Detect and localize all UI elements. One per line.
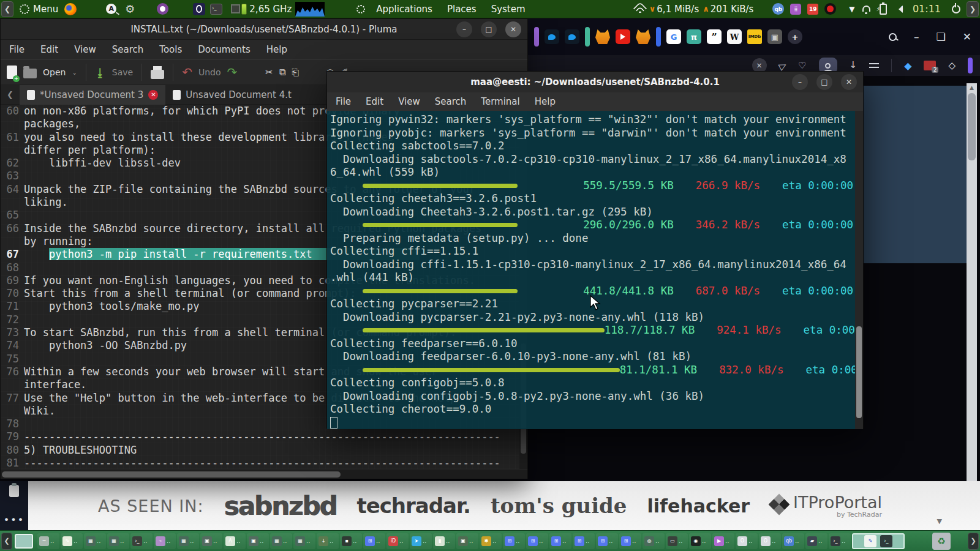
scrollbar-thumb[interactable] [856,326,862,418]
open-folder-icon[interactable] [23,69,37,78]
taskbar-collapse-right[interactable]: ❯ [968,533,979,550]
scrollbar-thumb[interactable] [2,471,341,478]
menu-button[interactable]: Menu [33,4,58,15]
terminal-output[interactable]: Ignoring pywin32: markers 'sys_platform … [327,111,863,429]
wikipedia-tab-icon[interactable]: W [727,29,742,44]
youtube-tab-icon[interactable] [616,29,630,44]
restore-icon[interactable]: ❏ [937,31,946,43]
taskbar-item-app[interactable]: ▪.. [340,533,362,549]
taskbar-item-globe[interactable]: ◍.. [643,533,665,549]
taskbar-item-terminal[interactable]: ›_.. [829,533,851,549]
close-button[interactable]: ✕ [841,74,857,90]
menu-view[interactable]: View [74,44,96,55]
send-icon[interactable]: ▷ [777,59,788,72]
taskbar-collapse-left[interactable]: ❮ [1,533,12,550]
taskbar-item-folder[interactable]: ▣.. [200,533,222,549]
taskbar-item-selection[interactable]: ⊞.. [549,533,571,549]
wifi-icon[interactable] [635,5,646,13]
google-tab-icon[interactable]: G [666,29,681,44]
fox-tab-icon[interactable] [636,29,650,44]
close-icon[interactable]: ✕ [963,31,971,43]
panel-menu-applications[interactable]: Applications [376,4,432,15]
panel-menu-system[interactable]: System [491,4,526,15]
undo-button[interactable]: Undo [198,67,221,77]
panel-menu-places[interactable]: Places [447,4,477,15]
save-button[interactable]: Save [112,67,133,77]
open-button[interactable]: Open [43,67,66,77]
trash-icon[interactable]: ♻ [932,533,951,550]
twitter-tab-icon[interactable] [565,29,579,44]
menu-icon[interactable] [20,4,29,14]
show-desktop-button[interactable] [15,534,33,549]
browser-scrollbar[interactable]: ▲ [967,83,977,481]
taskbar-item-selection[interactable]: ⊞.. [573,533,595,549]
taskbar-item-selection[interactable]: ⊞.. [526,533,548,549]
taskbar-item-video[interactable]: ▦.. [293,533,315,549]
menu-edit[interactable]: Edit [366,96,383,107]
taskbar-item-qbittorrent[interactable]: qb.. [782,533,804,549]
taskbar-item-folder[interactable]: ▣.. [247,533,269,549]
taskbar-item-download[interactable]: ↓.. [317,533,339,549]
taskbar-item-opera[interactable]: O.. [736,533,758,549]
taskbar-item-opera[interactable]: O.. [759,533,781,549]
imdb-tab-icon[interactable]: IMDb [747,29,762,44]
gem-icon[interactable]: ◆ [904,60,911,72]
taskbar-item-terminal[interactable]: ›_.. [130,533,153,549]
power-icon[interactable] [952,5,960,13]
taskbar-item-video[interactable]: ▦.. [270,533,292,549]
menu-file[interactable]: File [9,44,24,55]
new-tab-tab-icon[interactable]: + [788,29,802,44]
search-tool-icon[interactable]: A [106,4,116,14]
menu-documents[interactable]: Documents [198,44,251,55]
taskbar-item-files[interactable]: ▰.. [805,533,827,549]
undo-icon[interactable]: ↶ [182,65,192,80]
scrollbar-thumb[interactable] [968,93,976,160]
editor-horizontal-scrollbar[interactable] [1,470,527,479]
fox-tab-icon[interactable] [595,29,610,44]
terminal-titlebar[interactable]: maa@eesti: ~/Downloads/usenet/SABnzbd-4.… [327,72,863,92]
save-icon[interactable]: ⭳ [95,66,106,79]
taskbar-item-system-monitor[interactable]: ~.. [37,533,59,549]
opera-icon[interactable] [193,3,205,15]
scroll-up-arrow[interactable]: ▲ [967,84,977,91]
quote-tab-icon[interactable]: ” [707,29,722,44]
close-button[interactable]: ✕ [505,21,521,37]
taskbar-item-selection[interactable]: ⊞.. [363,533,385,549]
menu-edit[interactable]: Edit [40,44,58,55]
taskbar-item-video[interactable]: ▦.. [84,533,106,549]
minimize-button[interactable]: – [456,21,472,37]
search-icon[interactable] [889,33,897,41]
system-monitor-graph[interactable] [295,2,325,17]
media-tray-icon[interactable]: ⣿ [790,4,801,15]
editor-tab-1[interactable]: *Unsaved Document 3✕ [20,85,165,105]
copy-icon[interactable]: ⧉ [279,67,286,78]
sliders-icon[interactable] [869,62,879,69]
cut-icon[interactable]: ✂ [265,67,273,78]
menu-help[interactable]: Help [535,96,556,107]
taskbar-item-text-editor[interactable]: ✎.. [61,533,83,549]
heart-icon[interactable]: ♡ [798,60,806,71]
taskbar-item-settings[interactable]: ✱.. [480,533,502,549]
taskbar-active-window[interactable]: ✎ ›_ [852,533,905,549]
menu-view[interactable]: View [398,96,420,107]
panel-collapse-left[interactable]: ❮ [1,1,13,17]
taskbar-item-selection[interactable]: ⊞.. [503,533,525,549]
notifications-icon[interactable] [862,6,870,12]
new-document-icon[interactable] [7,66,17,79]
editor-tab-2[interactable]: Unsaved Document 4.t [165,85,299,105]
taskbar-item-id-app[interactable]: iD.. [386,533,409,549]
tab-scroll-left-icon[interactable]: ❮ [1,90,20,99]
pluma-titlebar[interactable]: INSTALL.txt (~/Downloads/usenet/SABnzbd-… [1,19,527,40]
battery-icon[interactable] [880,4,887,15]
volume-icon[interactable]: ) [895,5,903,13]
taskbar-item-media-player[interactable]: ▶.. [712,533,734,549]
paste-icon[interactable]: ⎗ [292,67,300,78]
minimize-icon[interactable]: – [914,31,919,43]
folder-tab-icon[interactable]: ▣ [767,29,782,44]
cube-icon[interactable]: ◇ [948,60,956,71]
taskbar-item-recorder[interactable]: ◉.. [689,533,711,549]
record-tray-icon[interactable] [824,3,836,15]
taskbar-item-video[interactable]: ▦.. [177,533,199,549]
clipboard-icon[interactable] [9,485,19,497]
menu-search[interactable]: Search [435,96,467,107]
